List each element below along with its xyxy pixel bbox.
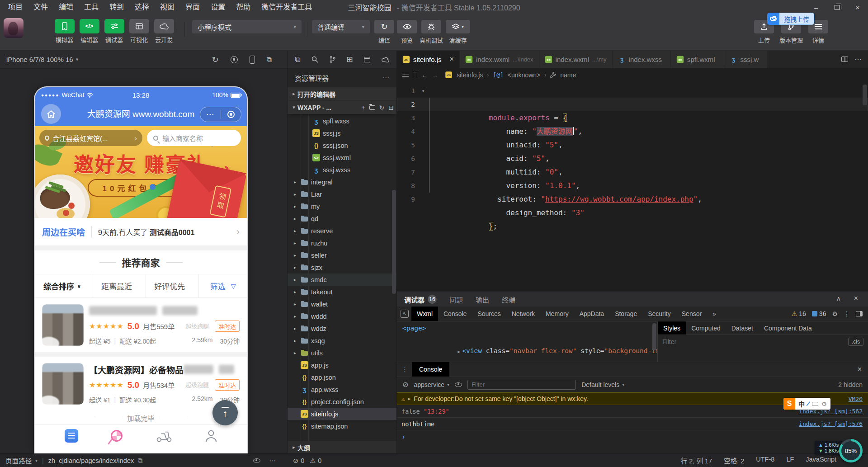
split-editor-icon[interactable] <box>841 57 848 62</box>
new-file-icon[interactable]: + <box>361 104 365 111</box>
menu-item[interactable]: 项目 <box>3 0 28 14</box>
back-to-top-button[interactable]: ↑ <box>212 400 238 425</box>
tree-item[interactable]: ▸ wallet <box>288 298 396 310</box>
tree-item[interactable]: sitemap.json <box>288 420 396 432</box>
tab-discover-icon[interactable] <box>111 430 123 442</box>
editor-tab[interactable]: index.wxml ...\my <box>539 51 613 68</box>
tree-item[interactable]: sssj.wxml <box>288 151 396 164</box>
compile-button[interactable]: ↻ 编译 <box>374 20 394 44</box>
record-icon[interactable] <box>221 111 241 118</box>
new-folder-icon[interactable] <box>369 105 375 110</box>
source-link[interactable]: index.js? [sm]:576 <box>799 420 863 427</box>
grid-icon[interactable]: ⊞ <box>346 55 353 64</box>
tree-item[interactable]: app.wxss <box>288 383 396 396</box>
tab-delivery-icon[interactable] <box>156 429 173 442</box>
location-pill[interactable]: 合江县荔虹宾馆(... › <box>39 130 142 146</box>
more-actions-icon[interactable]: ⋯ <box>382 74 389 82</box>
tree-item[interactable]: ▸ wddz <box>288 322 396 335</box>
tree-item[interactable]: ▸ sjzx <box>288 261 396 274</box>
wxml-element-tree[interactable]: <page> ▶<view class="navbar flex-row" st… <box>397 321 658 362</box>
fold-icon[interactable] <box>419 193 428 206</box>
fold-icon[interactable] <box>419 98 428 111</box>
forward-icon[interactable]: → <box>432 71 438 79</box>
clear-console-icon[interactable]: ⊘ <box>402 380 408 389</box>
breadcrumb-member[interactable]: name <box>560 71 576 79</box>
files-icon[interactable]: ⧉ <box>295 55 300 64</box>
filter-tab[interactable]: 综合排序 ∨ <box>35 274 93 297</box>
errors-counter[interactable]: ⊘ 0 <box>293 457 304 464</box>
cloud-icon[interactable] <box>382 57 389 62</box>
git-branch-icon[interactable] <box>330 56 335 63</box>
tree-item[interactable]: app.json <box>288 371 396 383</box>
preview-button[interactable]: 预览 <box>397 20 417 44</box>
debugger-toggle-button[interactable]: 调试器 <box>103 19 125 44</box>
language-mode[interactable]: JavaScript <box>806 456 836 465</box>
editor-tab[interactable]: spfl.wxml <box>671 51 724 68</box>
tree-item[interactable]: ▸ my <box>288 200 396 212</box>
user-avatar[interactable] <box>4 18 24 38</box>
menu-item[interactable]: 文件 <box>28 0 53 14</box>
memory-usage-badge[interactable]: 85% <box>839 439 863 462</box>
menu-item[interactable]: 帮助 <box>231 0 256 14</box>
menu-item[interactable]: 视图 <box>155 0 180 14</box>
eye-icon[interactable] <box>253 458 260 463</box>
tree-item[interactable]: app.js <box>288 359 396 371</box>
close-button[interactable]: × <box>847 0 868 14</box>
menu-item[interactable]: 工具 <box>79 0 104 14</box>
context-select[interactable]: appservice▾ <box>414 381 449 388</box>
home-button[interactable] <box>41 104 61 124</box>
back-icon[interactable]: ← <box>421 71 428 79</box>
outline-section[interactable]: ▸ 大纲 <box>288 441 396 453</box>
outline-list-icon[interactable] <box>402 73 409 77</box>
tab-profile-icon[interactable] <box>205 429 217 442</box>
indent-setting[interactable]: 空格: 2 <box>724 456 744 465</box>
menu-item[interactable]: 编辑 <box>53 0 79 14</box>
tree-item[interactable]: ▸ smdc <box>288 274 396 286</box>
log-levels-select[interactable]: Default levels▾ <box>581 381 624 388</box>
close-icon[interactable]: × <box>858 365 868 373</box>
fold-icon[interactable] <box>419 111 428 125</box>
tree-item[interactable]: project.config.json <box>288 396 396 408</box>
tree-item[interactable]: ▸ utils <box>288 347 396 359</box>
editor-tab[interactable]: index.wxss <box>613 51 671 68</box>
stop-icon[interactable] <box>231 56 238 63</box>
tree-item[interactable]: ▸ wddd <box>288 310 396 322</box>
tree-item[interactable]: ▸ seller <box>288 249 396 261</box>
breadcrumb-symbol[interactable]: <unknown> <box>508 71 540 79</box>
devtools-tab[interactable]: Memory <box>540 307 574 321</box>
more-actions-icon[interactable]: ⋯ <box>269 457 276 464</box>
cloud-dev-button[interactable]: 云开发 <box>153 19 175 44</box>
editor-scrollbar[interactable] <box>863 85 867 105</box>
collapse-panel-icon[interactable]: ∧ <box>836 295 841 302</box>
nearby-purchases-row[interactable]: 周边在买啥 9天前,有人买了 测试商品0001 › <box>35 218 247 246</box>
menu-item[interactable]: 设置 <box>205 0 231 14</box>
tree-item[interactable]: ▸ ruzhu <box>288 237 396 249</box>
menu-item[interactable]: 选择 <box>129 0 155 14</box>
warnings-counter[interactable]: ⚠ 0 <box>310 457 321 464</box>
panel-tab[interactable]: 输出 <box>476 295 489 304</box>
merchant-card[interactable]: 大鹏资源网 【大鹏资源网】必备物品 ★★★★★ <box>35 357 247 411</box>
styles-tab[interactable]: Component Data <box>759 321 817 335</box>
tree-item[interactable]: sssj.json <box>288 139 396 151</box>
tab-home-icon[interactable] <box>65 429 78 443</box>
console-filter-input[interactable] <box>467 380 576 390</box>
close-panel-icon[interactable]: × <box>854 294 858 302</box>
tree-scrollbar[interactable] <box>392 190 396 294</box>
search-icon[interactable] <box>311 56 318 63</box>
tree-item[interactable]: ▸ integral <box>288 176 396 188</box>
remote-debug-button[interactable]: 真机调试 <box>420 20 443 44</box>
styles-tab[interactable]: Computed <box>686 321 726 335</box>
devtools-tab[interactable]: Storage <box>609 307 642 321</box>
tree-item[interactable]: ▸ reserve <box>288 225 396 237</box>
filter-tab[interactable]: 筛选 ▽ <box>199 274 247 297</box>
menu-item[interactable]: 转到 <box>104 0 129 14</box>
tree-item[interactable]: siteinfo.js <box>288 408 396 420</box>
tree-item[interactable]: sssj.wxss <box>288 164 396 176</box>
refresh-icon[interactable]: ↻ <box>379 104 385 111</box>
gear-icon[interactable]: ⚙ <box>832 310 838 317</box>
visual-toggle-button[interactable]: 可视化 <box>128 19 150 44</box>
screenshot-icon[interactable]: ⧉ <box>267 56 272 63</box>
kebab-menu-icon[interactable]: ⋮ <box>397 365 412 373</box>
device-select[interactable]: iPhone 6/7/8 100% 16 <box>6 56 73 63</box>
tree-item[interactable]: ▸ Liar <box>288 188 396 200</box>
